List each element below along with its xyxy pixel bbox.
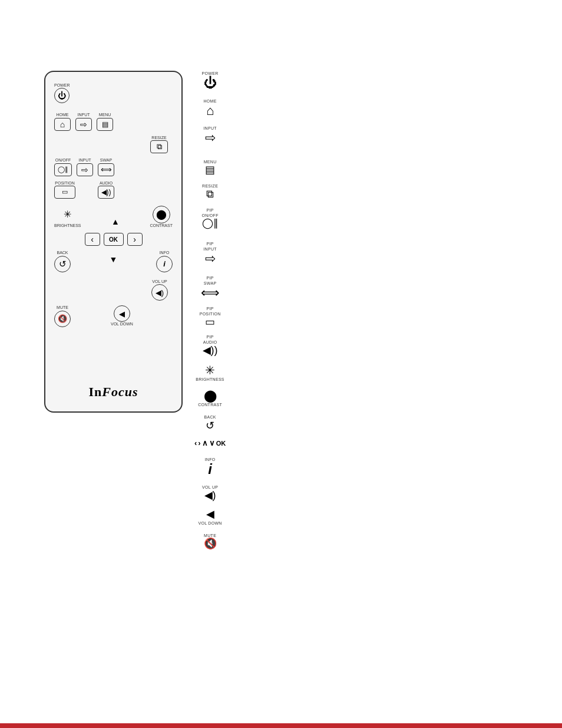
brightness-button[interactable]: ✳ BRIGHTNESS	[54, 206, 81, 228]
legend-contrast: ⬤ CONTRAST	[194, 389, 226, 407]
legend-resize: RESIZE ⧉	[194, 183, 226, 200]
back-down-info-row: BACK ↺ ▼ INFO i	[54, 251, 173, 272]
legend-power: POWER ⏻	[194, 71, 226, 90]
back-button[interactable]: BACK ↺	[54, 251, 71, 272]
right-arrow-button[interactable]: ›	[127, 233, 143, 246]
vol-down-button[interactable]: ◀ VOL DOWN	[111, 305, 133, 327]
legend-vol-down: ◀ VOL DOWN	[194, 509, 226, 526]
left-ok-right-row: ‹ OK ›	[54, 233, 173, 246]
input-button-remote[interactable]: INPUT ⇨	[75, 113, 92, 130]
pip-input-button[interactable]: INPUT ⇨	[77, 158, 93, 176]
power-button-remote[interactable]: POWER ⏻	[54, 83, 70, 103]
pip-swap-button[interactable]: SWAP ⟺	[98, 158, 114, 176]
resize-button-remote[interactable]: RESIZE ⧉	[150, 136, 168, 153]
legend-menu: MENU ▤	[194, 159, 226, 176]
legend-brightness: ✳ BRIGHTNESS	[194, 364, 226, 382]
mute-button[interactable]: MUTE 🔇	[54, 305, 71, 327]
legend-home: HOME ⌂	[194, 98, 226, 118]
pip-onoff-button[interactable]: ON/OFF ◯∥	[54, 158, 72, 176]
home-button-remote[interactable]: HOME ⌂	[54, 113, 71, 130]
position-audio-row: POSITION ▭ AUDIO ◀))	[54, 181, 114, 199]
legend-vol-up: VOL UP ◀)	[194, 485, 226, 502]
legend-pip-audio: PIPAUDIO ◀))	[194, 334, 226, 357]
left-arrow-button[interactable]: ‹	[85, 233, 100, 246]
legend-input: INPUT ⇨	[194, 126, 226, 145]
menu-button-remote[interactable]: MENU ▤	[97, 113, 113, 130]
pip-audio-button[interactable]: AUDIO ◀))	[98, 181, 114, 199]
info-button[interactable]: INFO i	[156, 251, 173, 272]
mute-voldown-row: MUTE 🔇 ◀ VOL DOWN	[54, 305, 173, 327]
legend-pip-input: PIPINPUT ⇨	[194, 241, 226, 266]
infocus-logo-remote: InFocus	[88, 384, 138, 400]
resize-pip-row: RESIZE ⧉	[54, 136, 173, 153]
legend-pip-onoff: PIPON/OFF ◯∥	[194, 207, 226, 229]
legend-nav: ‹ › ∧ ∨ OK	[194, 439, 226, 447]
up-arrow-button[interactable]: ▲	[108, 215, 123, 228]
pip-position-button[interactable]: POSITION ▭	[54, 181, 75, 199]
legend-back: BACK ↺	[194, 414, 226, 431]
ok-button[interactable]: OK	[104, 233, 124, 246]
legend-mute: MUTE 🔇	[194, 533, 226, 550]
down-arrow-button[interactable]: ▼	[106, 253, 121, 266]
brightness-contrast-row: ✳ BRIGHTNESS ▲ ⬤ CONTRAST	[54, 206, 173, 228]
legend-pip-swap: PIPSWAP ⟺	[194, 275, 226, 300]
home-input-menu-row: HOME ⌂ INPUT ⇨ MENU ▤	[54, 113, 113, 130]
legend-pip-position: PIPPOSITION ▭	[194, 306, 226, 328]
legend-info: INFO i	[194, 457, 226, 476]
contrast-button[interactable]: ⬤ CONTRAST	[150, 206, 173, 228]
bottom-bar	[0, 723, 562, 728]
remote-control: POWER ⏻ HOME ⌂ INPUT ⇨ MENU ▤ RESIZE ⧉	[44, 71, 183, 413]
pip-controls-row: ON/OFF ◯∥ INPUT ⇨ SWAP ⟺	[54, 158, 114, 176]
vol-up-row: VOL UP ◀)	[54, 279, 173, 301]
legend-panel: POWER ⏻ HOME ⌂ INPUT ⇨ MENU ▤ RESIZE ⧉ P…	[194, 71, 226, 554]
vol-up-button[interactable]: VOL UP ◀)	[151, 279, 168, 301]
